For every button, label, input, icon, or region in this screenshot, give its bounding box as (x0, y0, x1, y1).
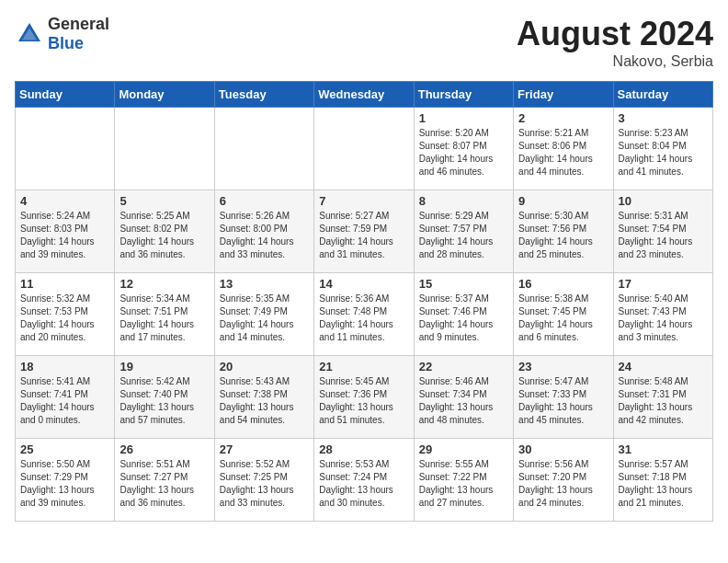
day-number: 21 (319, 360, 408, 373)
day-info: Sunrise: 5:51 AM Sunset: 7:27 PM Dayligh… (119, 458, 209, 510)
day-info: Sunrise: 5:41 AM Sunset: 7:41 PM Dayligh… (20, 375, 109, 427)
day-info: Sunrise: 5:21 AM Sunset: 8:06 PM Dayligh… (518, 127, 608, 178)
day-info: Sunrise: 5:25 AM Sunset: 8:02 PM Dayligh… (119, 210, 209, 261)
day-number: 3 (619, 111, 708, 125)
logo-icon (15, 19, 44, 49)
calendar-cell: 12Sunrise: 5:34 AM Sunset: 7:51 PM Dayli… (115, 273, 214, 356)
calendar-week-row: 1Sunrise: 5:20 AM Sunset: 8:07 PM Daylig… (16, 108, 713, 190)
calendar-cell (115, 108, 214, 190)
calendar-week-row: 11Sunrise: 5:32 AM Sunset: 7:53 PM Dayli… (16, 273, 713, 356)
day-number: 27 (220, 442, 309, 456)
calendar-cell: 8Sunrise: 5:29 AM Sunset: 7:57 PM Daylig… (414, 190, 513, 273)
day-info: Sunrise: 5:57 AM Sunset: 7:18 PM Dayligh… (619, 458, 708, 510)
day-info: Sunrise: 5:47 AM Sunset: 7:33 PM Dayligh… (518, 375, 608, 427)
day-info: Sunrise: 5:20 AM Sunset: 8:07 PM Dayligh… (419, 127, 508, 178)
calendar-table: SundayMondayTuesdayWednesdayThursdayFrid… (15, 81, 713, 522)
col-header-wednesday: Wednesday (314, 82, 414, 108)
day-info: Sunrise: 5:53 AM Sunset: 7:24 PM Dayligh… (319, 458, 408, 510)
day-number: 12 (119, 277, 209, 291)
day-number: 26 (119, 442, 209, 456)
day-info: Sunrise: 5:40 AM Sunset: 7:43 PM Dayligh… (619, 293, 708, 344)
calendar-cell: 24Sunrise: 5:48 AM Sunset: 7:31 PM Dayli… (613, 356, 712, 439)
calendar-header-row: SundayMondayTuesdayWednesdayThursdayFrid… (16, 82, 713, 108)
calendar-cell (314, 108, 414, 190)
day-number: 25 (20, 442, 109, 456)
calendar-cell: 6Sunrise: 5:26 AM Sunset: 8:00 PM Daylig… (214, 190, 313, 273)
calendar-cell: 22Sunrise: 5:46 AM Sunset: 7:34 PM Dayli… (414, 356, 513, 439)
day-number: 11 (20, 277, 109, 291)
day-info: Sunrise: 5:48 AM Sunset: 7:31 PM Dayligh… (619, 375, 708, 427)
day-number: 8 (419, 194, 508, 208)
day-number: 30 (518, 442, 608, 456)
day-info: Sunrise: 5:32 AM Sunset: 7:53 PM Dayligh… (20, 293, 109, 344)
day-number: 14 (319, 277, 408, 291)
calendar-week-row: 18Sunrise: 5:41 AM Sunset: 7:41 PM Dayli… (16, 356, 713, 439)
day-info: Sunrise: 5:50 AM Sunset: 7:29 PM Dayligh… (20, 458, 109, 510)
day-info: Sunrise: 5:23 AM Sunset: 8:04 PM Dayligh… (619, 127, 708, 178)
day-number: 23 (518, 360, 608, 373)
day-info: Sunrise: 5:42 AM Sunset: 7:40 PM Dayligh… (119, 375, 209, 427)
calendar-cell: 27Sunrise: 5:52 AM Sunset: 7:25 PM Dayli… (214, 439, 313, 522)
calendar-cell: 1Sunrise: 5:20 AM Sunset: 8:07 PM Daylig… (414, 108, 513, 190)
day-number: 31 (619, 442, 708, 456)
calendar-cell: 25Sunrise: 5:50 AM Sunset: 7:29 PM Dayli… (16, 439, 115, 522)
day-info: Sunrise: 5:46 AM Sunset: 7:34 PM Dayligh… (419, 375, 508, 427)
page-header: General Blue August 2024 Nakovo, Serbia (15, 15, 713, 70)
col-header-thursday: Thursday (414, 82, 513, 108)
day-number: 7 (319, 194, 408, 208)
day-number: 22 (419, 360, 508, 373)
calendar-cell: 17Sunrise: 5:40 AM Sunset: 7:43 PM Dayli… (613, 273, 712, 356)
day-number: 13 (220, 277, 309, 291)
calendar-cell: 3Sunrise: 5:23 AM Sunset: 8:04 PM Daylig… (613, 108, 712, 190)
day-info: Sunrise: 5:35 AM Sunset: 7:49 PM Dayligh… (220, 293, 309, 344)
day-number: 28 (319, 442, 408, 456)
day-number: 18 (20, 360, 109, 373)
month-year-label: August 2024 (517, 15, 713, 53)
title-block: August 2024 Nakovo, Serbia (517, 15, 713, 70)
col-header-monday: Monday (115, 82, 214, 108)
calendar-week-row: 25Sunrise: 5:50 AM Sunset: 7:29 PM Dayli… (16, 439, 713, 522)
calendar-cell: 14Sunrise: 5:36 AM Sunset: 7:48 PM Dayli… (314, 273, 414, 356)
calendar-cell: 2Sunrise: 5:21 AM Sunset: 8:06 PM Daylig… (514, 108, 613, 190)
day-number: 29 (419, 442, 508, 456)
day-info: Sunrise: 5:26 AM Sunset: 8:00 PM Dayligh… (220, 210, 309, 261)
day-number: 16 (518, 277, 608, 291)
col-header-sunday: Sunday (16, 82, 115, 108)
day-info: Sunrise: 5:56 AM Sunset: 7:20 PM Dayligh… (518, 458, 608, 510)
calendar-cell: 23Sunrise: 5:47 AM Sunset: 7:33 PM Dayli… (514, 356, 613, 439)
day-number: 17 (619, 277, 708, 291)
calendar-cell: 20Sunrise: 5:43 AM Sunset: 7:38 PM Dayli… (214, 356, 313, 439)
calendar-cell (214, 108, 313, 190)
col-header-saturday: Saturday (613, 82, 712, 108)
location-label: Nakovo, Serbia (517, 53, 713, 70)
day-number: 20 (220, 360, 309, 373)
day-info: Sunrise: 5:30 AM Sunset: 7:56 PM Dayligh… (518, 210, 608, 261)
calendar-cell: 28Sunrise: 5:53 AM Sunset: 7:24 PM Dayli… (314, 439, 414, 522)
calendar-cell: 10Sunrise: 5:31 AM Sunset: 7:54 PM Dayli… (613, 190, 712, 273)
day-info: Sunrise: 5:34 AM Sunset: 7:51 PM Dayligh… (119, 293, 209, 344)
calendar-cell: 9Sunrise: 5:30 AM Sunset: 7:56 PM Daylig… (514, 190, 613, 273)
logo-general-text: General (48, 15, 109, 33)
calendar-cell: 29Sunrise: 5:55 AM Sunset: 7:22 PM Dayli… (414, 439, 513, 522)
calendar-cell: 31Sunrise: 5:57 AM Sunset: 7:18 PM Dayli… (613, 439, 712, 522)
calendar-week-row: 4Sunrise: 5:24 AM Sunset: 8:03 PM Daylig… (16, 190, 713, 273)
col-header-tuesday: Tuesday (214, 82, 313, 108)
calendar-cell: 16Sunrise: 5:38 AM Sunset: 7:45 PM Dayli… (514, 273, 613, 356)
day-number: 24 (619, 360, 708, 373)
calendar-cell: 15Sunrise: 5:37 AM Sunset: 7:46 PM Dayli… (414, 273, 513, 356)
day-info: Sunrise: 5:55 AM Sunset: 7:22 PM Dayligh… (419, 458, 508, 510)
col-header-friday: Friday (514, 82, 613, 108)
day-number: 1 (419, 111, 508, 125)
calendar-cell: 13Sunrise: 5:35 AM Sunset: 7:49 PM Dayli… (214, 273, 313, 356)
calendar-cell: 30Sunrise: 5:56 AM Sunset: 7:20 PM Dayli… (514, 439, 613, 522)
day-info: Sunrise: 5:31 AM Sunset: 7:54 PM Dayligh… (619, 210, 708, 261)
logo-blue-text: Blue (48, 34, 84, 52)
day-info: Sunrise: 5:24 AM Sunset: 8:03 PM Dayligh… (20, 210, 109, 261)
day-info: Sunrise: 5:43 AM Sunset: 7:38 PM Dayligh… (220, 375, 309, 427)
calendar-cell: 4Sunrise: 5:24 AM Sunset: 8:03 PM Daylig… (16, 190, 115, 273)
day-number: 10 (619, 194, 708, 208)
day-info: Sunrise: 5:38 AM Sunset: 7:45 PM Dayligh… (518, 293, 608, 344)
day-number: 19 (119, 360, 209, 373)
calendar-cell: 5Sunrise: 5:25 AM Sunset: 8:02 PM Daylig… (115, 190, 214, 273)
calendar-cell (16, 108, 115, 190)
